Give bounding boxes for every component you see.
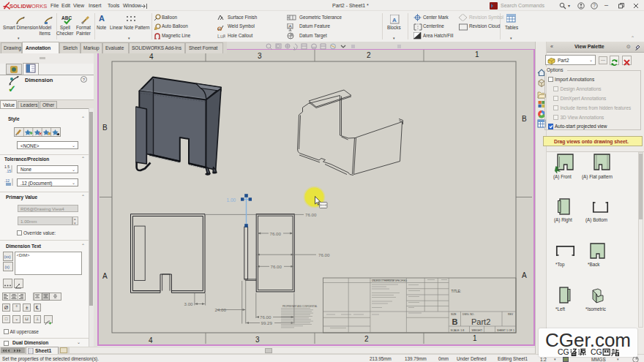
svg-text:B: B [102,124,108,132]
svg-text:3: 3 [258,52,262,60]
svg-text:TITLE:: TITLE: [452,290,462,293]
svg-text:Part2: Part2 [471,317,490,326]
svg-text:B: B [522,115,527,123]
svg-text:99.29: 99.29 [261,320,273,325]
svg-text:PROPRIETARY AND CONFIDENTIAL: PROPRIETARY AND CONFIDENTIAL [282,305,318,308]
svg-text:76.00: 76.00 [318,252,330,257]
svg-text:76.00: 76.00 [305,212,317,217]
svg-text:?: ? [593,3,596,8]
svg-text:A: A [288,24,291,29]
svg-text:76.00: 76.00 [270,231,282,236]
svg-text:24.00: 24.00 [215,307,227,312]
svg-text:4: 4 [149,53,154,61]
svg-text:(A) Flat pattern: (A) Flat pattern [582,174,613,180]
svg-text:*Top: *Top [555,262,565,268]
svg-text:1: 1 [473,334,477,342]
svg-text:A: A [522,271,527,279]
svg-text:UNLESS OTHERWISE SPECIFIED:: UNLESS OTHERWISE SPECIFIED: [372,279,408,282]
svg-text:*Back: *Back [588,262,600,267]
svg-text:3.00: 3.00 [184,301,194,306]
svg-text:.12: .12 [4,178,10,183]
svg-text:1: 1 [475,50,479,59]
svg-text:1.00: 1.00 [227,197,236,203]
svg-text:3: 3 [255,336,260,344]
svg-text:(A) Front: (A) Front [553,174,572,180]
svg-text:SCALE: 1:8: SCALE: 1:8 [451,329,465,332]
svg-text:(A) Right: (A) Right [554,217,572,223]
svg-text:LuƘ: LuƘ [217,34,225,39]
svg-text:.15: .15 [6,169,11,173]
svg-text:76.00: 76.00 [260,314,272,320]
svg-text:B: B [452,317,458,326]
svg-text:2: 2 [367,51,371,59]
svg-text:WEIGHT:: WEIGHT: [472,329,483,332]
svg-text:(A) Bottom: (A) Bottom [585,217,607,223]
svg-text:4: 4 [149,336,153,344]
svg-text:REV: REV [508,313,514,316]
svg-text:*Left: *Left [555,306,565,312]
svg-text:A: A [102,272,108,280]
svg-text:SIZE: SIZE [451,313,457,316]
svg-text:SHEET 1 OF 1: SHEET 1 OF 1 [497,329,514,332]
svg-text:*Isometric: *Isometric [585,306,606,312]
svg-text:76.00: 76.00 [271,264,282,269]
svg-text:2: 2 [364,335,369,343]
svg-text:A: A [392,17,397,23]
svg-text:DWG. NO.: DWG. NO. [463,313,474,316]
